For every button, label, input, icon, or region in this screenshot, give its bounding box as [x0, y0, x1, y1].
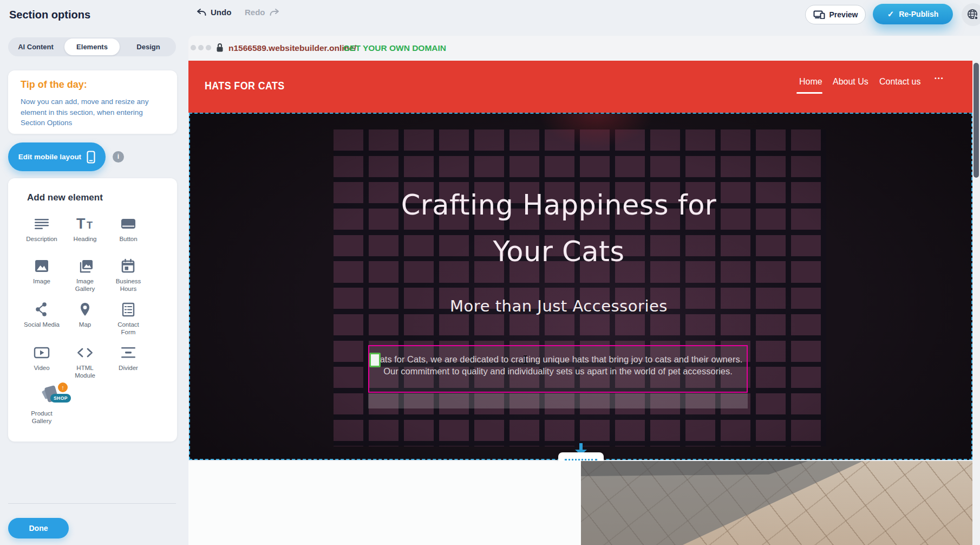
element-label: HTML Module	[63, 365, 107, 379]
element-label: Button	[107, 236, 150, 243]
element-label: Map	[63, 321, 107, 329]
paragraph-line-1: Hats for Cats, we are dedicated to craft…	[369, 354, 747, 366]
shop-badge: SHOP	[50, 394, 71, 403]
nav-home[interactable]: Home	[799, 77, 822, 87]
element-contact-form[interactable]: Contact Form	[107, 301, 150, 336]
check-icon: ✓	[887, 9, 894, 19]
element-html-module[interactable]: HTML Module	[63, 345, 107, 379]
element-heading[interactable]: TT Heading	[63, 216, 107, 243]
done-button[interactable]: Done	[8, 518, 69, 538]
add-element-title: Add new element	[27, 192, 103, 203]
undo-label: Undo	[211, 8, 231, 17]
element-label: Video	[20, 365, 63, 372]
tab-ai-content[interactable]: AI Content	[8, 37, 63, 56]
product-gallery-icon: ↑ SHOP	[20, 382, 63, 407]
republish-label: Re-Publish	[899, 10, 938, 18]
redo-button[interactable]: Redo	[245, 8, 280, 17]
preview-button[interactable]: Preview	[805, 5, 866, 24]
code-icon	[63, 345, 107, 362]
browser-dot	[198, 45, 204, 50]
browser-dot	[191, 45, 196, 50]
contact-form-icon	[107, 301, 150, 319]
element-label: Description	[20, 236, 63, 243]
element-divider[interactable]: Divider	[107, 345, 150, 372]
element-label: Contact Form	[107, 321, 150, 336]
nav-about[interactable]: About Us	[833, 77, 868, 87]
selected-paragraph-element[interactable]: Hats for Cats, we are dedicated to craft…	[368, 345, 748, 393]
element-business-hours[interactable]: Business Hours	[107, 258, 150, 293]
app-window: Undo Redo Preview ✓ Re-Publish Section o…	[0, 0, 980, 545]
browser-dot	[206, 45, 211, 50]
selection-drag-handle[interactable]	[369, 353, 381, 367]
divider-icon	[107, 345, 150, 362]
globe-icon	[966, 8, 979, 21]
next-section-photo[interactable]	[581, 461, 972, 545]
element-label: Business Hours	[107, 278, 150, 293]
sidebar-divider	[8, 503, 176, 504]
edit-mobile-layout-button[interactable]: Edit mobile layout	[8, 142, 106, 171]
edit-mobile-layout-label: Edit mobile layout	[18, 153, 81, 161]
element-product-gallery[interactable]: ↑ SHOP Product Gallery	[20, 382, 63, 425]
element-description[interactable]: Description	[20, 216, 63, 243]
element-label: Divider	[107, 365, 150, 372]
video-icon	[20, 345, 63, 362]
nav-contact[interactable]: Contact us	[879, 77, 920, 87]
preview-label: Preview	[829, 10, 858, 19]
language-globe-button[interactable]	[962, 3, 980, 26]
hover-highlight-strip	[368, 393, 748, 408]
phone-icon	[87, 151, 95, 164]
undo-icon	[196, 8, 207, 16]
resize-arrow-down	[579, 443, 583, 450]
button-icon	[107, 216, 150, 233]
hero-subheading[interactable]: More than Just Accessories	[380, 297, 737, 315]
scrollbar-thumb[interactable]	[974, 63, 979, 178]
element-label: Social Media	[20, 321, 63, 329]
element-video[interactable]: Video	[20, 345, 63, 372]
resize-dotted-line	[565, 459, 597, 460]
get-domain-link[interactable]: GET YOUR OWN DOMAIN	[343, 43, 446, 53]
element-label: Image Gallery	[63, 278, 107, 293]
panel-tabs: AI Content Elements Design	[8, 37, 176, 56]
panel-title: Section options	[9, 9, 90, 21]
business-hours-icon	[107, 258, 150, 275]
element-image[interactable]: Image	[20, 258, 63, 286]
svg-text:T: T	[87, 220, 93, 231]
address-bar-url[interactable]: n1566589.websitebuilder.online/	[228, 43, 356, 53]
info-icon[interactable]: i	[113, 151, 124, 163]
element-map[interactable]: Map	[63, 301, 107, 329]
done-label: Done	[29, 524, 48, 533]
element-label: Image	[20, 278, 63, 286]
nav-more-button[interactable]: •••	[935, 75, 944, 81]
map-pin-icon	[63, 301, 107, 319]
site-logo[interactable]: HATS FOR CATS	[205, 79, 285, 92]
description-icon	[20, 216, 63, 233]
tab-design[interactable]: Design	[121, 37, 176, 56]
paragraph-line-2: Our commitment to quality and individual…	[369, 366, 747, 378]
svg-text:T: T	[76, 216, 86, 232]
image-icon	[20, 258, 63, 275]
element-image-gallery[interactable]: Image Gallery	[63, 258, 107, 293]
element-social-media[interactable]: Social Media	[20, 301, 63, 329]
image-gallery-icon	[63, 258, 107, 275]
element-label: Product Gallery	[20, 410, 63, 425]
element-button[interactable]: Button	[107, 216, 150, 243]
lock-icon	[215, 43, 224, 55]
hero-heading[interactable]: Crafting Happiness for Your Cats	[380, 182, 737, 275]
nav-active-underline	[796, 92, 822, 94]
tab-elements[interactable]: Elements	[64, 38, 120, 55]
tip-title: Tip of the day:	[21, 79, 87, 90]
text-cursor	[525, 355, 526, 364]
site-header	[188, 61, 972, 113]
upload-arrow-icon: ↑	[58, 382, 68, 392]
social-media-icon	[20, 301, 63, 319]
hero-section[interactable]: Crafting Happiness for Your Cats More th…	[189, 113, 972, 460]
republish-button[interactable]: ✓ Re-Publish	[873, 4, 953, 24]
devices-icon	[813, 10, 825, 19]
redo-icon	[269, 8, 280, 16]
undo-button[interactable]: Undo	[196, 8, 231, 17]
tip-body: Now you can add, move and resize any ele…	[21, 96, 162, 128]
heading-icon: TT	[63, 216, 107, 233]
element-label: Heading	[63, 236, 107, 243]
redo-label: Redo	[245, 8, 265, 17]
